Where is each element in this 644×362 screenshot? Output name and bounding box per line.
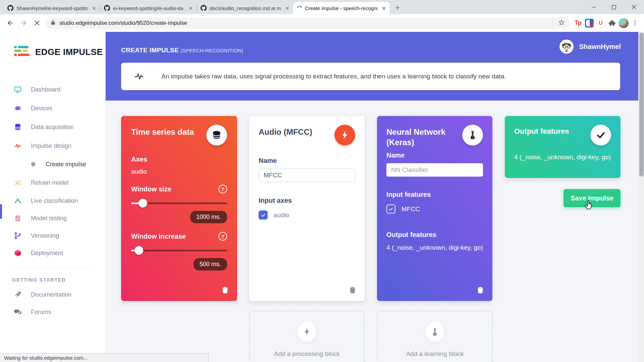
sidebar-item-live-classification[interactable]: Live classification — [0, 192, 105, 209]
processing-name-input[interactable] — [259, 169, 355, 182]
dot-icon — [29, 162, 38, 167]
rocket-icon — [13, 291, 22, 299]
learning-block-card: Neural Network (Keras) Name Input featur… — [377, 116, 492, 301]
add-learning-label: Add a learning block — [406, 350, 464, 358]
sidebar-item-forums[interactable]: Forums — [0, 303, 105, 321]
tab-title: Create impulse - speech-recogni — [305, 5, 378, 11]
tab-title: ei-keyword-spotting/ei-audio-da — [113, 5, 184, 11]
user-chip[interactable]: ShawnHymel — [559, 39, 621, 54]
sidebar-item-label: Versioning — [31, 232, 59, 239]
extensions-puzzle-icon[interactable] — [606, 17, 618, 29]
slider-knob[interactable] — [135, 246, 143, 255]
sidebar-item-deployment[interactable]: Deployment — [0, 244, 105, 262]
address-bar[interactable]: studio.edgeimpulse.com/studio/9520/creat… — [46, 17, 570, 29]
sidebar-item-label: Create impulse — [46, 161, 86, 168]
edge-impulse-logo-icon — [12, 45, 30, 59]
browser-profile-avatar[interactable] — [618, 17, 629, 29]
sidebar-item-label: Devices — [31, 105, 52, 112]
tab-github-2[interactable]: ei-keyword-spotting/ei-audio-da — [100, 2, 197, 14]
time-series-data-card: Time series data Axes audio Window size … — [121, 116, 237, 301]
add-processing-block[interactable]: Add a processing block — [249, 311, 365, 362]
tab-create-impulse[interactable]: Create impulse - speech-recogni — [293, 2, 390, 14]
tab-title: docs/audio_recognition.md at m — [210, 5, 281, 11]
sidebar-item-devices[interactable]: Devices — [0, 99, 105, 118]
cube-icon — [13, 249, 22, 257]
github-icon — [104, 5, 110, 11]
learning-name-input[interactable] — [386, 163, 483, 177]
sidebar-item-label: Model testing — [31, 215, 67, 222]
browser-menu-icon[interactable] — [629, 17, 641, 29]
stop-loading-button[interactable] — [30, 16, 44, 30]
delete-block-icon[interactable] — [222, 286, 228, 295]
add-learning-block[interactable]: Add a learning block — [377, 311, 493, 362]
browser-toolbar: studio.edgeimpulse.com/studio/9520/creat… — [0, 14, 644, 32]
mfcc-checkbox[interactable] — [386, 204, 395, 214]
sidebar-item-label: Data acquisition — [31, 124, 74, 131]
tab-github-1[interactable]: ShawnHymel/ei-keyword-spottin — [3, 2, 100, 14]
ublock-extension-icon[interactable]: U — [595, 17, 606, 29]
sidebar-section-label: GETTING STARTED — [12, 277, 105, 283]
close-button[interactable] — [624, 0, 644, 14]
audio-checkbox[interactable] — [259, 210, 268, 220]
delete-block-icon[interactable] — [349, 286, 356, 295]
padlock-icon[interactable] — [50, 20, 56, 26]
github-icon — [201, 5, 207, 11]
lightning-bolt-icon — [298, 321, 316, 342]
tab-close-icon[interactable] — [91, 5, 97, 11]
help-icon[interactable]: ? — [218, 232, 227, 241]
tampermonkey-extension-icon[interactable]: Tp — [572, 17, 584, 29]
tab-close-icon[interactable] — [284, 5, 290, 11]
sidebar-item-model-testing[interactable]: Model testing — [0, 209, 105, 227]
axes-label: Axes — [131, 156, 227, 163]
maximize-button[interactable] — [604, 0, 624, 14]
lightning-bolt-icon — [334, 125, 355, 145]
minimize-button[interactable] — [584, 0, 604, 14]
card-title: Audio (MFCC) — [259, 127, 312, 137]
url-text[interactable]: studio.edgeimpulse.com/studio/9520/creat… — [59, 20, 554, 26]
tab-github-3[interactable]: docs/audio_recognition.md at m — [197, 2, 293, 14]
sidebar-item-create-impulse[interactable]: Create impulse — [0, 155, 105, 173]
delete-block-icon[interactable] — [477, 286, 484, 295]
save-impulse-button[interactable]: Save Impulse — [564, 189, 621, 207]
sidebar-item-label: Live classification — [31, 197, 78, 204]
project-name: (SPEECH-RECOGNITION) — [181, 48, 244, 53]
pulse-wave-icon — [13, 142, 22, 150]
new-tab-button[interactable] — [392, 3, 402, 13]
card-title: Time series data — [131, 127, 194, 137]
sidebar-item-dashboard[interactable]: Dashboard — [0, 80, 105, 99]
window-increase-slider[interactable] — [131, 246, 227, 255]
scrollbar-thumb[interactable] — [639, 33, 644, 177]
device-chip-icon — [13, 104, 22, 112]
github-icon — [7, 5, 13, 11]
help-icon[interactable]: ? — [218, 185, 227, 193]
sidebar-nav: Dashboard Devices Data acquisition Impul… — [0, 80, 105, 321]
shuffle-icon — [13, 179, 22, 187]
database-icon — [206, 125, 227, 145]
sidebar-item-impulse-design[interactable]: Impulse design — [0, 136, 105, 155]
name-label: Name — [386, 152, 483, 159]
edge-impulse-logo[interactable]: EDGE IMPULSE — [12, 45, 105, 59]
window-size-slider[interactable] — [131, 199, 227, 207]
processing-block-card: Audio (MFCC) Name Input axes audio — [249, 116, 365, 301]
page-scrollbar[interactable] — [638, 32, 644, 362]
slider-knob[interactable] — [139, 199, 147, 207]
tab-close-icon[interactable] — [187, 5, 194, 11]
back-button[interactable] — [3, 16, 17, 30]
sidebar-item-versioning[interactable]: Versioning — [0, 227, 105, 244]
forward-button[interactable] — [17, 16, 30, 30]
git-branch-icon — [13, 232, 22, 240]
password-manager-extension-icon[interactable] — [584, 17, 595, 29]
window-size-value: 1000 ms. — [190, 211, 227, 223]
sidebar-item-label: Impulse design — [31, 142, 71, 149]
clipboard-check-icon — [13, 214, 22, 222]
username: ShawnHymel — [579, 43, 621, 51]
bookmark-star-icon[interactable] — [558, 19, 565, 27]
sidebar-item-documentation[interactable]: Documentation — [0, 286, 105, 303]
sidebar-item-data-acquisition[interactable]: Data acquisition — [0, 118, 105, 136]
tab-close-icon[interactable] — [381, 5, 387, 11]
output-features-card: Output features 4 (_noise, _unknown, dig… — [505, 116, 621, 178]
impulse-info-banner: An impulse takes raw data, uses signal p… — [121, 63, 620, 90]
window-increase-label: Window increase — [131, 233, 186, 240]
sidebar-item-label: Forums — [31, 309, 51, 316]
sidebar-item-retrain-model[interactable]: Retrain model — [0, 173, 105, 192]
